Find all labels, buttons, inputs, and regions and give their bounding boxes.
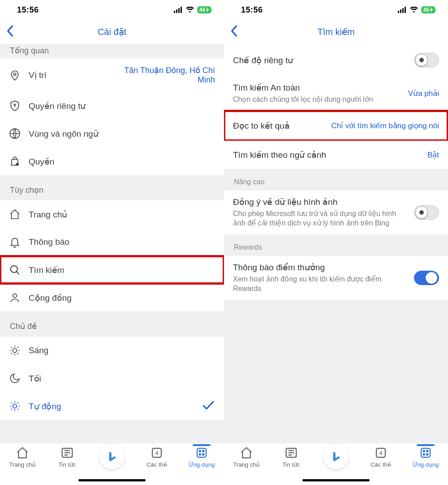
- row-label: Tối: [29, 373, 215, 384]
- tab-bing[interactable]: [317, 444, 355, 469]
- truncated-section: Tổng quan: [0, 44, 224, 58]
- row-private-mode[interactable]: Chế độ riêng tư: [224, 44, 448, 76]
- svg-point-28: [423, 450, 425, 452]
- tab-bar: Trang chủ Tin tức 4 Các thẻ Ứng dụng: [0, 443, 224, 485]
- row-value: Vừa phải: [408, 89, 439, 98]
- svg-rect-21: [400, 9, 401, 13]
- tab-news[interactable]: Tin tức: [272, 446, 310, 468]
- svg-rect-2: [178, 8, 180, 13]
- section-advanced: Nâng cao: [224, 169, 448, 191]
- svg-point-18: [199, 454, 201, 455]
- cards-icon: 4: [150, 446, 164, 459]
- nav-header: Cài đặt: [0, 20, 224, 44]
- search-settings-list: Chế độ riêng tư Tìm kiếm An toàn Chọn cá…: [224, 44, 448, 443]
- row-community[interactable]: Cộng đồng: [0, 284, 224, 312]
- svg-point-8: [11, 266, 17, 273]
- row-title: Chế độ riêng tư: [233, 55, 408, 65]
- bing-icon: [105, 450, 119, 463]
- back-button[interactable]: [6, 25, 13, 39]
- moon-icon: [9, 372, 21, 384]
- sun-icon: [9, 345, 21, 356]
- back-button[interactable]: [230, 25, 237, 39]
- tab-label: Tin tức: [282, 461, 300, 468]
- section-options: Tùy chọn: [0, 175, 224, 200]
- row-search[interactable]: Tìm kiếm: [0, 256, 224, 284]
- active-indicator: [417, 444, 435, 446]
- svg-point-29: [426, 450, 428, 452]
- wifi-icon: [409, 7, 418, 13]
- svg-rect-27: [421, 448, 430, 457]
- svg-rect-23: [405, 7, 406, 13]
- toggle-image-consent[interactable]: [414, 205, 439, 220]
- tab-label: Ứng dụng: [413, 461, 439, 468]
- svg-point-16: [199, 450, 201, 452]
- tab-home[interactable]: Trang chủ: [4, 446, 41, 468]
- tab-home[interactable]: Trang chủ: [228, 446, 265, 468]
- tab-apps[interactable]: Ứng dụng: [183, 446, 220, 468]
- row-subtitle: Xem hoạt ảnh đồng xu khi tôi kiếm được đ…: [233, 274, 408, 294]
- tab-bar: Trang chủ Tin tức 4 Các thẻ Ứng dụng: [224, 443, 448, 485]
- tab-label: Các thẻ: [146, 461, 167, 468]
- row-home[interactable]: Trang chủ: [0, 200, 224, 228]
- row-label: Thông báo: [29, 237, 215, 247]
- tab-bing[interactable]: [93, 444, 131, 469]
- home-icon: [16, 446, 29, 459]
- svg-point-19: [202, 454, 204, 455]
- row-permissions[interactable]: Quyền: [0, 147, 224, 175]
- lock-bag-icon: [9, 156, 21, 167]
- apps-icon: [195, 446, 208, 459]
- tab-apps[interactable]: Ứng dụng: [407, 446, 444, 468]
- status-indicators: 45: [398, 6, 435, 13]
- chevron-left-icon: [6, 25, 13, 37]
- phone-right: 15:56 45 Tìm kiếm Chế độ riêng tư Tìm ki…: [224, 0, 448, 485]
- cellular-icon: [398, 7, 407, 13]
- battery-badge: 44: [197, 6, 211, 13]
- active-indicator: [193, 444, 211, 446]
- bing-icon: [329, 450, 343, 463]
- svg-text:4: 4: [379, 450, 383, 456]
- svg-rect-20: [398, 11, 399, 13]
- row-image-consent[interactable]: Đồng ý về dữ liệu hình ảnh Cho phép Micr…: [224, 191, 448, 234]
- svg-rect-3: [181, 7, 182, 13]
- row-privacy[interactable]: Quyền riêng tư: [0, 92, 224, 120]
- row-context-search[interactable]: Tìm kiếm theo ngữ cảnh Bật: [224, 141, 448, 169]
- svg-text:4: 4: [155, 450, 159, 456]
- row-region-language[interactable]: Vùng và ngôn ngữ: [0, 120, 224, 147]
- search-icon: [9, 264, 21, 276]
- row-location[interactable]: Vị trí Tân Thuận Đông, Hồ Chí Minh: [0, 58, 224, 92]
- svg-point-4: [13, 73, 16, 75]
- row-notifications[interactable]: Thông báo: [0, 228, 224, 256]
- svg-point-10: [13, 349, 17, 353]
- row-label: Tự động: [29, 401, 194, 411]
- tab-label: Trang chủ: [9, 461, 36, 468]
- row-theme-dark[interactable]: Tối: [0, 364, 224, 392]
- row-title: Tìm kiếm theo ngữ cảnh: [233, 150, 421, 160]
- battery-badge: 45: [421, 6, 435, 13]
- svg-point-17: [202, 450, 204, 452]
- row-theme-auto[interactable]: Tự động: [0, 392, 224, 420]
- toggle-private[interactable]: [414, 53, 439, 67]
- svg-rect-22: [402, 8, 404, 13]
- status-indicators: 44: [174, 6, 211, 13]
- row-safesearch[interactable]: Tìm kiếm An toàn Chọn cách chúng tôi lọc…: [224, 76, 448, 111]
- row-label: Cộng đồng: [29, 293, 215, 303]
- status-bar: 15:56 44: [0, 0, 224, 20]
- tab-cards[interactable]: 4 Các thẻ: [138, 446, 176, 468]
- tab-cards[interactable]: 4 Các thẻ: [362, 446, 400, 468]
- row-label: Tìm kiếm: [29, 265, 215, 275]
- section-theme: Chủ đề: [0, 312, 224, 337]
- tab-news[interactable]: Tin tức: [48, 446, 86, 468]
- svg-point-5: [14, 104, 15, 105]
- row-rewards-notif[interactable]: Thông báo điểm thưởng Xem hoạt ảnh đồng …: [224, 256, 448, 300]
- row-theme-light[interactable]: Sáng: [0, 337, 224, 364]
- globe-icon: [9, 128, 21, 139]
- row-title: Thông báo điểm thưởng: [233, 262, 408, 273]
- row-read-aloud[interactable]: Đọc to kết quả Chỉ với tìm kiếm bằng giọ…: [224, 111, 448, 141]
- svg-point-9: [13, 294, 17, 298]
- page-title: Tìm kiếm: [317, 26, 354, 37]
- tab-label: Các thẻ: [370, 461, 391, 468]
- home-icon: [9, 208, 21, 220]
- tab-label: Ứng dụng: [189, 461, 215, 468]
- toggle-rewards-notif[interactable]: [414, 271, 439, 285]
- tab-label: Tin tức: [58, 461, 76, 468]
